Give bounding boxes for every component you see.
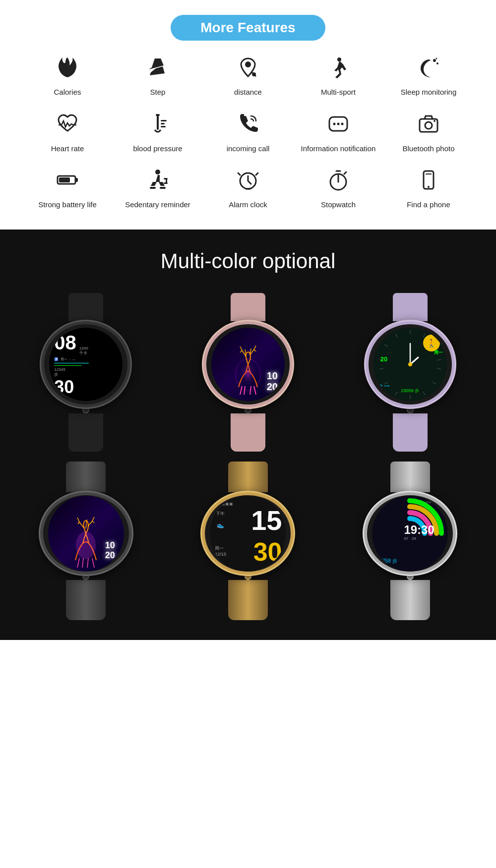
svg-point-2: [337, 58, 341, 61]
svg-line-57: [87, 558, 88, 568]
step-label: Step: [150, 87, 166, 97]
feature-findphone: Find a phone: [386, 168, 471, 210]
watch-container-6: ⟳⟳▣▣▣ 19:30 07 · 29 12768 步: [346, 462, 475, 620]
svg-line-44: [423, 392, 425, 395]
watch-body-4: 10 20: [40, 492, 132, 575]
sedentary-icon: [146, 168, 170, 196]
svg-line-35: [250, 386, 251, 395]
band-top-2: [231, 293, 265, 322]
watch-screen-4: 10 20: [48, 496, 124, 572]
svg-rect-22: [150, 187, 156, 189]
bluetoothphoto-icon: [417, 112, 440, 140]
watch-screen-5: ⟳▣▣▣ 15 下午 👟 30 周一 12/15: [210, 496, 286, 572]
band-top-4: [66, 462, 106, 492]
svg-rect-8: [161, 120, 167, 121]
band-bottom-2: [231, 413, 265, 452]
watch-container-5: ⟳▣▣▣ 15 下午 👟 30 周一 12/15: [184, 462, 312, 620]
band-bottom-6: [390, 580, 430, 620]
watch-screen-2: 10 20: [211, 328, 285, 401]
svg-point-17: [434, 120, 435, 122]
feature-sleep: Sleep monitoring: [386, 56, 471, 97]
sleep-icon: [417, 56, 440, 83]
feature-bloodpressure: blood pressure: [115, 112, 200, 154]
watch-button-4: [82, 574, 89, 580]
feature-bluetoothphoto: Bluetooth photo: [386, 112, 471, 154]
watch-pink-rubber: 10 20: [172, 293, 324, 452]
watch-body-1: 08 1200 千卡 ♿周一▫▫▫ 12345: [41, 321, 130, 407]
feature-heartrate: Heart rate: [25, 112, 110, 154]
infonotification-icon: [326, 112, 350, 140]
stopwatch-label: Stopwatch: [321, 200, 356, 210]
feature-distance: distance: [205, 56, 291, 97]
section-title: More Features: [171, 15, 325, 41]
watch-screen-6: ⟳⟳▣▣▣ 19:30 07 · 29 12768 步: [372, 496, 448, 572]
watch-button-6: [407, 574, 414, 580]
heartrate-label: Heart rate: [51, 144, 84, 154]
watch-body-6: ⟳⟳▣▣▣ 19:30 07 · 29 12768 步: [364, 492, 456, 575]
band-top-5: [228, 462, 268, 492]
svg-line-41: [437, 359, 441, 360]
feature-step: Step: [115, 56, 200, 97]
watch-button-3: [407, 406, 414, 413]
watch-container-1: 08 1200 千卡 ♿周一▫▫▫ 12345: [21, 293, 150, 452]
svg-point-37: [239, 361, 257, 386]
feature-stopwatch: Stopwatch: [296, 168, 381, 210]
watch-body-3: 🚶 周一 20 23059 步 ⟳ ⟶: [366, 321, 455, 407]
svg-line-48: [379, 368, 383, 369]
distance-label: distance: [234, 87, 262, 97]
feature-battery: Strong battery life: [25, 168, 110, 210]
calories-label: Calories: [54, 87, 81, 97]
distance-icon: [236, 56, 260, 83]
svg-line-34: [244, 386, 245, 395]
band-bottom-3: [393, 413, 428, 452]
svg-line-55: [77, 558, 79, 568]
watch-silver-mesh: ⟳⟳▣▣▣ 19:30 07 · 29 12768 步: [334, 462, 486, 620]
feature-incomingcall: incoming call: [205, 112, 291, 154]
bloodpressure-icon: [146, 112, 170, 140]
svg-line-43: [433, 382, 436, 384]
heartrate-icon: [56, 112, 79, 140]
battery-label: Strong battery life: [38, 200, 97, 210]
svg-rect-26: [164, 182, 168, 184]
svg-point-3: [433, 59, 436, 62]
watch-black-rubber: 08 1200 千卡 ♿周一▫▫▫ 12345: [10, 293, 162, 452]
battery-icon: [56, 168, 79, 196]
svg-point-21: [155, 170, 160, 174]
svg-line-58: [92, 558, 94, 568]
multicolor-title: Multi-color optional: [10, 249, 486, 273]
feature-multisport: Multi-sport: [296, 56, 381, 97]
svg-rect-23: [160, 187, 166, 189]
svg-point-13: [337, 122, 340, 125]
band-bottom-1: [68, 413, 103, 452]
watch-black-mesh: 10 20: [10, 462, 162, 620]
watch-container-3: 🚶 周一 20 23059 步 ⟳ ⟶: [346, 293, 475, 452]
band-bottom-5: [228, 580, 268, 620]
features-section: More Features Calories Step: [0, 0, 496, 230]
feature-sedentary: Sedentary reminder: [115, 168, 200, 210]
svg-line-42: [437, 368, 441, 369]
incomingcall-icon: [236, 112, 260, 140]
watches-grid: 08 1200 千卡 ♿周一▫▫▫ 12345: [10, 293, 486, 620]
svg-point-12: [333, 122, 336, 125]
feature-calories: Calories: [25, 56, 110, 97]
svg-line-56: [82, 558, 83, 568]
stopwatch-icon: [326, 168, 350, 196]
features-grid: Calories Step distance: [25, 56, 471, 210]
calories-icon: [56, 56, 79, 83]
svg-line-50: [384, 345, 388, 347]
watch-gold-mesh: ⟳▣▣▣ 15 下午 👟 30 周一 12/15: [172, 462, 324, 620]
step-icon: [146, 56, 170, 83]
svg-rect-10: [161, 126, 166, 127]
svg-rect-19: [75, 178, 78, 182]
sedentary-label: Sedentary reminder: [125, 200, 190, 210]
svg-point-59: [76, 531, 96, 559]
svg-point-16: [425, 122, 432, 129]
findphone-label: Find a phone: [407, 200, 450, 210]
multisport-icon: [326, 56, 350, 83]
watch-button-1: [82, 406, 89, 413]
alarm-label: Alarm clock: [229, 200, 267, 210]
watch-purple-rubber: 🚶 周一 20 23059 步 ⟳ ⟶: [334, 293, 486, 452]
watch-screen-1: 08 1200 千卡 ♿周一▫▫▫ 12345: [49, 328, 123, 401]
svg-line-39: [423, 334, 425, 337]
multisport-label: Multi-sport: [321, 87, 356, 97]
